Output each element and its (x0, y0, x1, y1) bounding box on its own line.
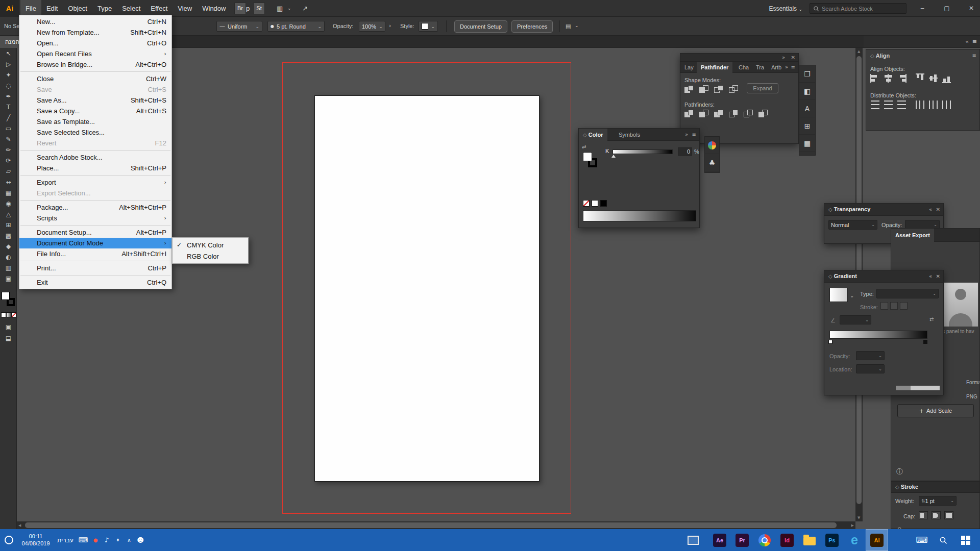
unite-button[interactable] (684, 85, 695, 93)
gradient-swatch[interactable] (829, 288, 848, 302)
stock-button[interactable]: St (253, 3, 265, 14)
more-tabs-icon[interactable]: » (785, 64, 788, 70)
collapse-panel-icon[interactable]: « (929, 207, 932, 212)
menu-item-print[interactable]: Print...Ctrl+P (19, 263, 172, 273)
white-swatch[interactable] (592, 200, 598, 207)
rectangle-tool[interactable]: ▭ (0, 123, 17, 134)
antivirus-icon[interactable]: ● (90, 529, 101, 551)
share-icon[interactable]: ↗ (302, 0, 308, 17)
language-indicator[interactable]: עברית (57, 537, 74, 544)
blend-mode-dropdown[interactable]: Normal ⌄ (828, 220, 877, 230)
panel-collapse-icon[interactable]: ◇ (870, 53, 874, 59)
menu-item-save-as-template[interactable]: Save as Template... (19, 116, 172, 127)
menu-item-package[interactable]: Package...Alt+Shift+Ctrl+P (19, 202, 172, 213)
trim-button[interactable] (699, 110, 709, 118)
opacity-dropdown[interactable]: 100% ⌄ (359, 21, 385, 32)
horizontal-scrollbar[interactable]: ◀ ▶ (17, 521, 855, 529)
arrange-documents-caret-icon[interactable]: ⌄ (287, 0, 291, 17)
gradient-tool[interactable]: ▩ (0, 230, 17, 241)
close-panel-icon[interactable]: ✕ (936, 273, 940, 279)
taskbar-premiere[interactable]: Pr (731, 529, 753, 551)
arrange-documents-icon[interactable]: ▥ (277, 0, 283, 17)
gradient-ramp[interactable] (829, 331, 927, 339)
horizontal-scrollbar-thumb[interactable] (25, 522, 837, 528)
distribute-horizontal-center-button[interactable] (928, 101, 938, 109)
stroke-profile-dropdown[interactable]: — Uniform ⌄ (216, 21, 262, 32)
fill-swatch[interactable] (583, 152, 592, 161)
dock-menu-icon[interactable]: ≡ (972, 38, 977, 45)
hidden-icons-chevron-icon[interactable]: ∧ (124, 529, 135, 551)
tray-status-icon[interactable] (5, 536, 13, 544)
intersect-button[interactable] (714, 85, 724, 93)
menu-item-save-selected-slices[interactable]: Save Selected Slices... (19, 127, 172, 138)
round-cap-button[interactable] (932, 511, 941, 519)
shape-builder-tool[interactable]: ◉ (0, 198, 17, 209)
align-top-button[interactable] (916, 73, 924, 83)
tab-character[interactable]: Cha (734, 62, 753, 73)
format-value[interactable]: PNG (966, 394, 979, 399)
tab-artboards[interactable]: Artb (767, 62, 786, 73)
exclude-button[interactable] (729, 85, 739, 93)
stroke-along-button[interactable] (890, 302, 898, 310)
distribute-top-button[interactable] (871, 100, 879, 110)
align-options-icon[interactable]: ▤ (566, 23, 571, 30)
brush-dropdown[interactable]: ● 5 pt. Round ⌄ (267, 21, 325, 32)
color-spectrum-ramp[interactable] (583, 210, 696, 221)
color-mode-swatch[interactable] (1, 312, 6, 317)
menu-item-save-as[interactable]: Save As...Shift+Ctrl+S (19, 95, 172, 106)
color-themes-panel-icon[interactable] (705, 137, 719, 154)
search-input[interactable] (822, 6, 898, 12)
touch-keyboard-icon[interactable]: ⌨ (913, 529, 931, 551)
close-panel-icon[interactable]: ✕ (791, 55, 795, 60)
menu-item-open-recent-files[interactable]: Open Recent Files› (19, 48, 172, 59)
menu-item-open[interactable]: Open...Ctrl+O (19, 38, 172, 48)
none-mode-swatch[interactable] (11, 312, 16, 317)
stroke-weight-field[interactable]: ⇅ 1 pt ⌄ (919, 496, 957, 506)
symbols-panel-icon[interactable]: ♣ (705, 154, 719, 171)
k-value-field[interactable]: 0 (678, 147, 692, 156)
menu-item-save-a-copy[interactable]: Save a Copy...Alt+Ctrl+S (19, 106, 172, 116)
panel-menu-icon[interactable]: ≡ (791, 64, 795, 70)
tab-asset-export[interactable]: Asset Export (891, 229, 934, 242)
fill-swatch[interactable] (2, 292, 10, 300)
clock[interactable]: 00:11 04/08/2019 (17, 533, 54, 547)
crop-button[interactable] (729, 110, 739, 118)
k-channel-slider[interactable] (612, 149, 673, 154)
fill-stroke-widget[interactable] (2, 292, 16, 307)
gradient-mode-swatch[interactable] (6, 312, 11, 317)
align-horizontal-center-button[interactable] (884, 74, 893, 83)
panel-menu-icon[interactable]: ≡ (692, 132, 696, 137)
magic-wand-tool[interactable]: ✦ (0, 69, 17, 80)
menu-item-file-info[interactable]: File Info...Alt+Shift+Ctrl+I (19, 248, 172, 259)
collapse-panel-icon[interactable]: » (685, 132, 688, 137)
scroll-left-icon[interactable]: ◀ (18, 523, 21, 528)
distribute-vertical-center-button[interactable] (884, 100, 893, 110)
free-transform-tool[interactable]: ▦ (0, 187, 17, 198)
keyboard-icon[interactable]: ⌨ (78, 529, 89, 551)
panel-menu-icon[interactable]: ≡ (972, 53, 976, 58)
tab-color[interactable]: ◇ Color (579, 129, 607, 141)
taskbar-indesign[interactable]: Id (776, 529, 798, 551)
scroll-up-icon[interactable]: ▲ (857, 49, 860, 54)
eyedropper-tool[interactable]: ◆ (0, 241, 17, 252)
menu-view[interactable]: View (173, 0, 197, 17)
taskbar-illustrator[interactable]: Ai (866, 529, 888, 551)
bridge-button[interactable]: Br (234, 3, 246, 14)
distribute-right-button[interactable] (942, 101, 951, 109)
collapse-panel-icon[interactable]: « (929, 273, 932, 279)
distribute-bottom-button[interactable] (897, 100, 906, 110)
info-icon[interactable]: ⓘ (896, 467, 903, 477)
transform-panel-icon[interactable]: ⊞ (799, 117, 815, 135)
gradient-location-dropdown[interactable]: ⌄ (856, 364, 885, 373)
menu-window[interactable]: Window (197, 0, 231, 17)
black-swatch[interactable] (600, 200, 607, 207)
scroll-down-icon[interactable]: ▼ (857, 516, 860, 520)
gradient-swatch-caret-icon[interactable]: ⌄ (850, 293, 854, 298)
selection-tool[interactable]: ↖ (0, 48, 17, 59)
expand-button[interactable]: Expand (747, 83, 778, 93)
scroll-right-icon[interactable]: ▶ (851, 523, 854, 528)
taskbar-photoshop[interactable]: Ps (821, 529, 843, 551)
align-vertical-center-button[interactable] (929, 73, 938, 83)
gradient-stop-end[interactable] (923, 340, 927, 344)
merge-button[interactable] (714, 110, 724, 118)
